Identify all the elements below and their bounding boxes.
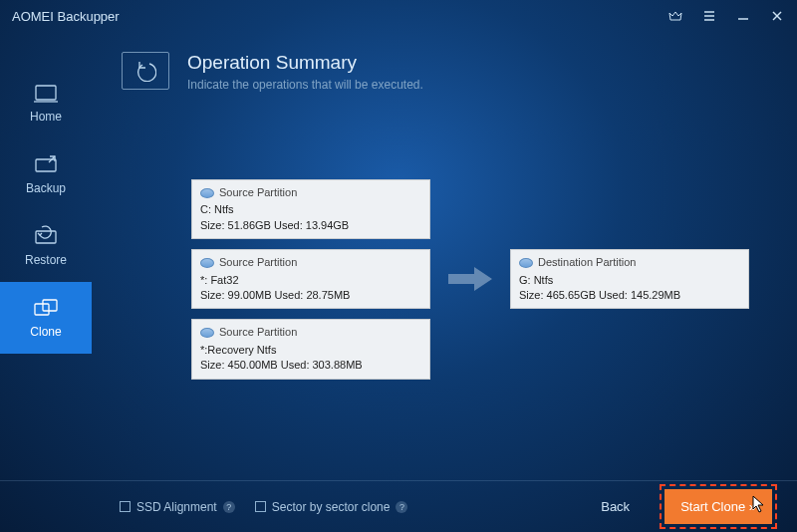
sector-by-sector-checkbox[interactable]: Sector by sector clone ? bbox=[255, 500, 408, 514]
start-clone-button[interactable]: Start Clone » bbox=[664, 489, 772, 524]
restore-icon bbox=[32, 225, 60, 247]
page-title: Operation Summary bbox=[187, 52, 423, 74]
page-subtitle: Indicate the operations that will be exe… bbox=[187, 78, 423, 92]
disk-icon bbox=[200, 328, 214, 338]
sidebar-item-label: Restore bbox=[25, 253, 67, 267]
source-partition-card[interactable]: Source Partition *:Recovery Ntfs Size: 4… bbox=[191, 319, 430, 379]
svg-rect-11 bbox=[43, 300, 57, 311]
sidebar-item-label: Backup bbox=[26, 181, 66, 195]
sidebar-item-backup[interactable]: Backup bbox=[0, 138, 92, 210]
close-icon[interactable] bbox=[769, 8, 785, 24]
svg-rect-9 bbox=[36, 231, 56, 243]
source-partition-card[interactable]: Source Partition *: Fat32 Size: 99.00MB … bbox=[191, 249, 430, 309]
start-clone-highlight: Start Clone » bbox=[660, 484, 777, 529]
disk-icon bbox=[200, 258, 214, 268]
help-icon[interactable]: ? bbox=[396, 501, 407, 513]
footer: SSD Alignment ? Sector by sector clone ?… bbox=[0, 480, 797, 532]
svg-rect-10 bbox=[35, 304, 49, 315]
sidebar-item-label: Home bbox=[30, 110, 62, 124]
back-button[interactable]: Back bbox=[601, 499, 630, 514]
ssd-alignment-checkbox[interactable]: SSD Alignment ? bbox=[120, 500, 235, 514]
disk-icon bbox=[519, 258, 533, 268]
svg-rect-8 bbox=[36, 159, 56, 171]
operation-summary-icon bbox=[122, 52, 169, 90]
backup-icon bbox=[32, 153, 60, 175]
disk-icon bbox=[200, 188, 214, 198]
sidebar-item-clone[interactable]: Clone bbox=[0, 282, 92, 354]
destination-partition-card[interactable]: Destination Partition G: Ntfs Size: 465.… bbox=[510, 249, 749, 309]
sidebar-item-home[interactable]: Home bbox=[0, 67, 92, 138]
sidebar-item-label: Clone bbox=[30, 325, 61, 339]
arrow-icon bbox=[445, 265, 495, 293]
app-title: AOMEI Backupper bbox=[12, 9, 120, 24]
menu-icon[interactable] bbox=[701, 8, 717, 24]
titlebar: AOMEI Backupper bbox=[0, 0, 797, 32]
clone-icon bbox=[32, 297, 60, 319]
content-area: Operation Summary Indicate the operation… bbox=[92, 32, 797, 532]
home-icon bbox=[32, 82, 60, 104]
crown-icon[interactable] bbox=[667, 8, 683, 24]
source-partition-card[interactable]: Source Partition C: Ntfs Size: 51.86GB U… bbox=[191, 179, 430, 239]
minimize-icon[interactable] bbox=[735, 8, 751, 24]
sidebar-item-restore[interactable]: Restore bbox=[0, 210, 92, 282]
svg-rect-6 bbox=[36, 86, 56, 100]
help-icon[interactable]: ? bbox=[223, 501, 235, 513]
sidebar: Home Backup Restore Clone bbox=[0, 32, 92, 532]
